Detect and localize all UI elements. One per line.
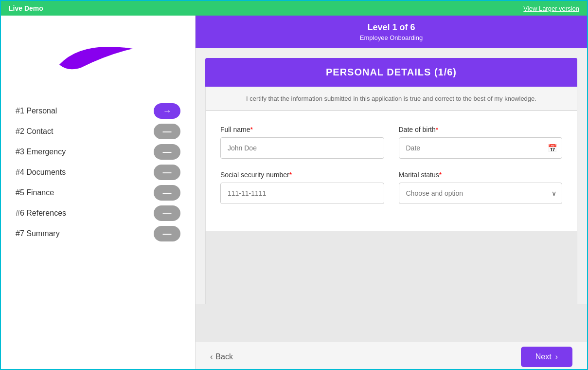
form-row-1: Full name* Date of birth* 📅 [220,126,562,159]
dash-icon-2: — [163,148,172,156]
nav-item-contact-label: #2 Contact [16,127,53,136]
view-larger-link[interactable]: View Larger version [523,5,579,12]
nav-item-finance-label: #5 Finance [16,188,54,197]
dob-label: Date of birth* [399,126,563,133]
nav-btn-personal[interactable]: → [154,103,180,119]
nav-btn-contact[interactable]: — [154,124,180,139]
dash-icon-6: — [163,229,172,238]
form-group-fullname: Full name* [220,126,384,159]
nav-item-emergency-label: #3 Emergency [16,148,66,156]
fullname-label: Full name* [220,126,384,133]
dash-icon: — [163,127,172,136]
level-title: Level 1 of 6 [205,22,577,33]
ssn-input[interactable] [220,183,384,204]
nav-item-contact[interactable]: #2 Contact — [16,124,180,139]
nav-item-references-label: #6 References [16,209,66,218]
nav-item-summary-label: #7 Summary [16,229,60,238]
dob-required: * [436,126,438,133]
nav-item-finance[interactable]: #5 Finance — [16,185,180,201]
gray-filler [205,231,577,304]
ssn-label: Social security number* [220,171,384,179]
nav-item-emergency[interactable]: #3 Emergency — [16,144,180,160]
back-button[interactable]: ‹ Back [210,352,233,361]
nav-items: #1 Personal → #2 Contact — #3 Emergency … [16,103,180,241]
footer: ‹ Back Next › [196,342,587,370]
sidebar: #1 Personal → #2 Contact — #3 Emergency … [1,16,196,370]
ssn-required: * [289,171,292,179]
calendar-icon[interactable]: 📅 [548,144,557,153]
bottom-filler [196,304,587,342]
marital-label: Marital status* [399,171,563,179]
nav-item-summary[interactable]: #7 Summary — [16,226,180,241]
top-bar: Live Demo View Larger version [1,1,587,16]
top-bar-title: Live Demo [9,4,43,12]
nav-item-personal-label: #1 Personal [16,107,57,115]
section-title: PERSONAL DETAILS (1/6) [215,67,568,78]
form-card: Full name* Date of birth* 📅 [205,111,577,231]
dash-icon-5: — [163,209,172,218]
arrow-right-icon: → [163,106,172,116]
dob-input[interactable] [399,137,563,159]
nike-logo [54,37,142,77]
cert-text: I certify that the information submitted… [215,95,567,102]
chevron-right-icon: › [555,352,558,361]
marital-select-wrapper: ∨ [399,183,563,204]
nav-item-personal[interactable]: #1 Personal → [16,103,180,119]
nav-item-references[interactable]: #6 References — [16,205,180,221]
nav-btn-documents[interactable]: — [154,165,180,180]
form-group-dob: Date of birth* 📅 [399,126,563,159]
nav-btn-summary[interactable]: — [154,226,180,241]
content-area: Level 1 of 6 Employee Onboarding PERSONA… [196,16,587,370]
level-header: Level 1 of 6 Employee Onboarding [196,16,587,48]
dash-icon-3: — [163,168,172,177]
nav-btn-finance[interactable]: — [154,185,180,201]
nav-item-documents[interactable]: #4 Documents — [16,165,180,180]
dash-icon-4: — [163,188,172,197]
form-group-marital: Marital status* ∨ [399,171,563,204]
next-button[interactable]: Next › [521,347,572,367]
date-input-wrapper: 📅 [399,137,563,159]
cert-text-area: I certify that the information submitted… [205,87,577,111]
main-layout: #1 Personal → #2 Contact — #3 Emergency … [1,16,587,370]
nav-btn-emergency[interactable]: — [154,144,180,160]
nav-item-documents-label: #4 Documents [16,168,66,177]
form-row-2: Social security number* Marital status* … [220,171,562,204]
marital-required: * [439,171,442,179]
level-subtitle: Employee Onboarding [205,34,577,41]
marital-select[interactable] [399,183,563,204]
logo-area [16,25,180,89]
fullname-required: * [250,126,252,133]
chevron-left-icon: ‹ [210,352,213,361]
fullname-input[interactable] [220,137,384,159]
form-group-ssn: Social security number* [220,171,384,204]
content-scroll: PERSONAL DETAILS (1/6) I certify that th… [196,48,587,342]
nav-btn-references[interactable]: — [154,205,180,221]
section-header: PERSONAL DETAILS (1/6) [205,58,577,87]
